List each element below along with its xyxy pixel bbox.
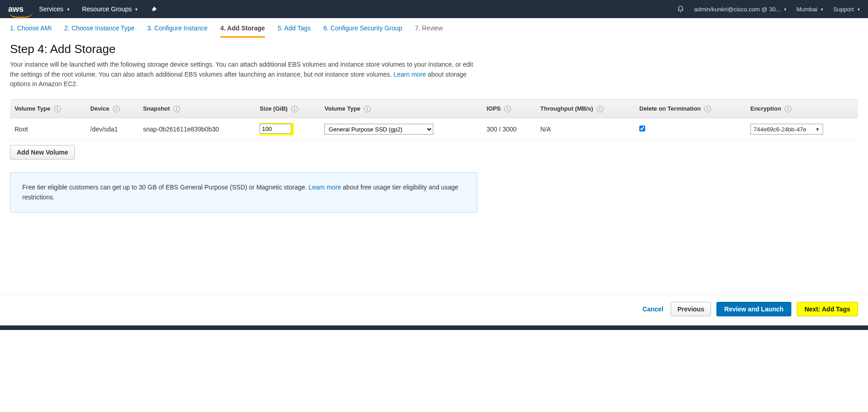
region-menu[interactable]: Mumbai ▾ bbox=[796, 6, 823, 13]
table-row: Root /dev/sda1 snap-0b261611e839b0b30 Ge… bbox=[10, 118, 858, 141]
info-icon[interactable]: i bbox=[291, 106, 298, 112]
review-and-launch-button[interactable]: Review and Launch bbox=[716, 302, 791, 316]
col-iops-label: IOPS bbox=[486, 105, 500, 112]
page-content: Step 4: Add Storage Your instance will b… bbox=[0, 38, 868, 222]
chevron-down-icon: ▾ bbox=[67, 7, 69, 12]
col-size: Size (GiB) i bbox=[255, 100, 320, 118]
info-icon[interactable]: i bbox=[113, 106, 120, 112]
page-title: Step 4: Add Storage bbox=[10, 42, 858, 56]
wizard-footer: Cancel Previous Review and Launch Next: … bbox=[0, 294, 868, 324]
cell-volume-type-select: General Purpose SSD (gp2) bbox=[320, 118, 482, 141]
add-new-volume-button[interactable]: Add New Volume bbox=[10, 145, 75, 160]
notifications-button[interactable] bbox=[677, 5, 684, 13]
col-snapshot-label: Snapshot bbox=[143, 105, 170, 112]
col-device-label: Device bbox=[90, 105, 109, 112]
previous-button[interactable]: Previous bbox=[671, 302, 711, 316]
col-snapshot: Snapshot i bbox=[138, 100, 255, 118]
tab-add-tags[interactable]: 5. Add Tags bbox=[278, 24, 311, 38]
size-highlight bbox=[260, 123, 294, 136]
col-delete-label: Delete on Termination bbox=[639, 105, 701, 112]
col-volume-type-2-label: Volume Type bbox=[324, 105, 360, 112]
bottom-bar bbox=[0, 325, 868, 330]
account-menu[interactable]: admin/kunkri@cisco.com @ 30... ▾ bbox=[694, 6, 786, 13]
cell-delete-on-termination bbox=[635, 118, 746, 141]
cell-device: /dev/sda1 bbox=[86, 118, 138, 141]
col-throughput-label: Throughput (MB/s) bbox=[540, 105, 593, 112]
region-label: Mumbai bbox=[796, 6, 817, 13]
cell-volume-type: Root bbox=[10, 118, 86, 141]
cell-snapshot: snap-0b261611e839b0b30 bbox=[138, 118, 255, 141]
col-device: Device i bbox=[86, 100, 138, 118]
account-label: admin/kunkri@cisco.com @ 30... bbox=[694, 6, 780, 13]
encryption-value: 744e69c6-24bb-47e bbox=[754, 126, 813, 133]
tab-add-storage[interactable]: 4. Add Storage bbox=[221, 24, 265, 38]
encryption-select[interactable]: 744e69c6-24bb-47e ▼ bbox=[750, 124, 823, 135]
cell-size bbox=[255, 118, 320, 141]
free-tier-info-box: Free tier eligible customers can get up … bbox=[10, 172, 477, 213]
cell-throughput: N/A bbox=[536, 118, 635, 141]
learn-more-link[interactable]: Learn more bbox=[393, 71, 426, 78]
wizard-tabs: 1. Choose AMI 2. Choose Instance Type 3.… bbox=[0, 18, 868, 38]
services-label: Services bbox=[39, 5, 64, 13]
chevron-down-icon: ▾ bbox=[821, 7, 823, 12]
chevron-down-icon: ▾ bbox=[784, 7, 786, 12]
bell-icon bbox=[677, 5, 684, 13]
info-text-1: Free tier eligible customers can get up … bbox=[22, 184, 309, 191]
col-volume-type: Volume Type i bbox=[10, 100, 86, 118]
col-throughput: Throughput (MB/s) i bbox=[536, 100, 635, 118]
info-learn-more-link[interactable]: Learn more bbox=[309, 184, 341, 191]
support-label: Support bbox=[833, 6, 854, 13]
col-iops: IOPS i bbox=[482, 100, 535, 118]
volume-type-select[interactable]: General Purpose SSD (gp2) bbox=[324, 124, 433, 135]
col-encryption-label: Encryption bbox=[750, 105, 781, 112]
tab-configure-security-group[interactable]: 6. Configure Security Group bbox=[324, 24, 402, 38]
col-volume-type-label: Volume Type bbox=[15, 105, 50, 112]
info-icon[interactable]: i bbox=[597, 106, 603, 112]
col-delete-on-termination: Delete on Termination i bbox=[635, 100, 746, 118]
info-icon[interactable]: i bbox=[785, 106, 791, 112]
delete-on-termination-checkbox[interactable] bbox=[639, 126, 645, 131]
storage-table: Volume Type i Device i Snapshot i Size (… bbox=[10, 99, 858, 141]
chevron-down-icon: ▾ bbox=[858, 7, 860, 12]
nav-right: admin/kunkri@cisco.com @ 30... ▾ Mumbai … bbox=[677, 5, 860, 13]
info-icon[interactable]: i bbox=[704, 106, 711, 112]
tab-review[interactable]: 7. Review bbox=[415, 24, 442, 38]
services-menu[interactable]: Services ▾ bbox=[39, 5, 69, 13]
tab-choose-instance-type[interactable]: 2. Choose Instance Type bbox=[64, 24, 135, 38]
pin-icon bbox=[150, 6, 157, 12]
info-icon[interactable]: i bbox=[54, 106, 61, 112]
page-description: Your instance will be launched with the … bbox=[10, 60, 477, 89]
info-icon[interactable]: i bbox=[364, 106, 371, 112]
cell-encryption: 744e69c6-24bb-47e ▼ bbox=[746, 118, 858, 141]
support-menu[interactable]: Support ▾ bbox=[833, 6, 860, 13]
info-icon[interactable]: i bbox=[173, 106, 180, 112]
cancel-button[interactable]: Cancel bbox=[642, 305, 663, 313]
col-encryption: Encryption i bbox=[746, 100, 858, 118]
pin-button[interactable] bbox=[150, 6, 157, 12]
aws-logo[interactable]: aws bbox=[8, 5, 24, 14]
next-add-tags-button[interactable]: Next: Add Tags bbox=[797, 302, 858, 316]
info-icon[interactable]: i bbox=[504, 106, 511, 112]
resource-groups-menu[interactable]: Resource Groups ▾ bbox=[82, 5, 138, 13]
tab-configure-instance[interactable]: 3. Configure Instance bbox=[147, 24, 207, 38]
col-volume-type-2: Volume Type i bbox=[320, 100, 482, 118]
nav-menu: Services ▾ Resource Groups ▾ bbox=[39, 5, 157, 13]
size-input[interactable] bbox=[260, 124, 291, 134]
col-size-label: Size (GiB) bbox=[260, 105, 287, 112]
tab-choose-ami[interactable]: 1. Choose AMI bbox=[10, 24, 52, 38]
top-navigation: aws Services ▾ Resource Groups ▾ admin/k… bbox=[0, 0, 868, 18]
chevron-down-icon: ▾ bbox=[135, 7, 137, 12]
chevron-down-icon: ▼ bbox=[815, 127, 820, 132]
cell-iops: 300 / 3000 bbox=[482, 118, 535, 141]
table-header-row: Volume Type i Device i Snapshot i Size (… bbox=[10, 100, 858, 118]
resource-groups-label: Resource Groups bbox=[82, 5, 132, 13]
